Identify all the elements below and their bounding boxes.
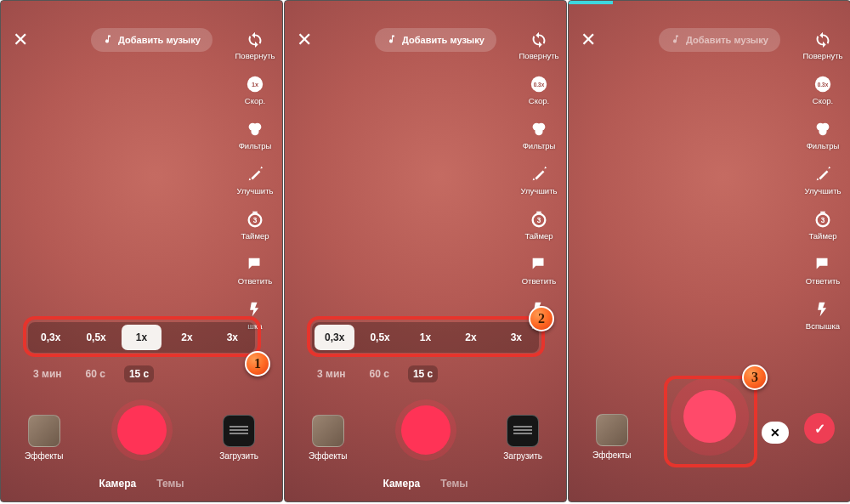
flash-icon (246, 300, 264, 319)
right-toolbar: Повернуть 1x Скор. Фильтры Улучшить 3 Та… (235, 30, 275, 331)
speed-option-1x[interactable]: 1x (403, 322, 448, 353)
sidebar-item-filters[interactable]: Фильтры (235, 120, 275, 150)
sidebar-item-flash[interactable]: Вспышка (802, 300, 843, 331)
sidebar-label: Вспышка (806, 321, 840, 331)
svg-text:0.3x: 0.3x (818, 82, 829, 88)
timer-icon: 3 (530, 210, 548, 229)
effects-thumbnail (312, 415, 344, 447)
right-toolbar: Повернуть 0.3x Скор. Фильтры Улучшить 3 … (802, 30, 843, 331)
confirm-button[interactable]: ✓ (804, 413, 835, 444)
close-button[interactable]: ✕ (13, 29, 33, 51)
annotation-number-1: 1 (245, 351, 270, 377)
mode-tabs: Камера Темы (285, 478, 566, 490)
sidebar-label: Улучшить (521, 186, 558, 195)
mode-themes[interactable]: Темы (156, 478, 184, 490)
duration-3min[interactable]: 3 мин (312, 365, 351, 382)
add-music-button[interactable]: Добавить музыку (91, 28, 212, 52)
record-button[interactable] (111, 399, 173, 461)
speed-option-0.3x[interactable]: 0,3x (314, 325, 354, 350)
music-button-label: Добавить музыку (118, 35, 201, 45)
duration-60s[interactable]: 60 с (81, 365, 110, 382)
speed-option-0.3x[interactable]: 0,3x (28, 322, 73, 353)
mode-themes[interactable]: Темы (440, 478, 468, 490)
svg-text:3: 3 (821, 217, 825, 224)
record-inner-icon (683, 390, 736, 443)
mode-camera[interactable]: Камера (99, 478, 136, 490)
sidebar-item-flip[interactable]: Повернуть (235, 30, 275, 60)
reply-icon (813, 255, 832, 274)
rotate-icon (246, 30, 264, 48)
svg-text:3: 3 (253, 217, 258, 224)
effects-button[interactable]: Эффекты (592, 414, 631, 460)
close-icon: ✕ (762, 422, 789, 444)
sidebar-label: Скор. (245, 96, 265, 105)
speed-option-0.5x[interactable]: 0,5x (357, 322, 402, 353)
speed-option-3x[interactable]: 3x (494, 322, 539, 353)
sidebar-item-enhance[interactable]: Улучшить (518, 165, 559, 195)
sidebar-item-speed[interactable]: 0.3x Скор. (518, 75, 559, 105)
sidebar-label: Скор. (813, 96, 833, 105)
upload-button[interactable]: Загрузить (219, 415, 258, 461)
add-music-button[interactable]: Добавить музыку (659, 28, 780, 52)
sidebar-item-reply[interactable]: Ответить (235, 255, 275, 286)
effects-label: Эффекты (25, 451, 63, 461)
add-music-button[interactable]: Добавить музыку (375, 28, 496, 52)
music-button-label: Добавить музыку (402, 35, 484, 45)
duration-15s[interactable]: 15 с (124, 365, 154, 382)
sidebar-label: Таймер (241, 231, 269, 241)
sidebar-item-timer[interactable]: 3 Таймер (802, 210, 843, 241)
effects-button[interactable]: Эффекты (309, 415, 347, 461)
svg-text:1x: 1x (252, 81, 259, 88)
upload-thumbnail (223, 415, 255, 447)
sidebar-item-speed[interactable]: 1x Скор. (235, 75, 275, 105)
svg-point-18 (819, 127, 826, 135)
effects-button[interactable]: Эффекты (25, 415, 63, 461)
music-note-icon (671, 34, 681, 46)
speed-option-3x[interactable]: 3x (210, 322, 255, 353)
flash-icon (813, 300, 832, 319)
record-button[interactable] (395, 399, 456, 461)
speed-option-2x[interactable]: 2x (448, 322, 493, 353)
sidebar-label: Фильтры (807, 141, 840, 150)
sidebar-label: Ответить (522, 276, 557, 286)
music-button-label: Добавить музыку (686, 35, 768, 45)
duration-3min[interactable]: 3 мин (28, 365, 67, 382)
sidebar-item-timer[interactable]: 3 Таймер (235, 210, 275, 241)
speed-option-0.5x[interactable]: 0,5x (73, 322, 118, 353)
sidebar-item-timer[interactable]: 3 Таймер (518, 210, 559, 241)
rotate-icon (530, 30, 548, 48)
phone-screen-3: ✕ Добавить музыку Повернуть 0.3x Скор. Ф… (568, 0, 850, 502)
sidebar-item-enhance[interactable]: Улучшить (802, 165, 843, 195)
sidebar-item-filters[interactable]: Фильтры (518, 120, 559, 150)
duration-15s[interactable]: 15 с (408, 365, 438, 382)
speed-option-2x[interactable]: 2x (164, 322, 209, 353)
close-button[interactable]: ✕ (581, 29, 601, 51)
sidebar-item-filters[interactable]: Фильтры (802, 120, 843, 150)
reply-icon (530, 255, 548, 274)
sidebar-item-flip[interactable]: Повернуть (802, 30, 843, 60)
mode-camera[interactable]: Камера (382, 478, 420, 490)
speed-icon: 1x (246, 75, 264, 93)
timer-icon: 3 (246, 210, 264, 229)
upload-button[interactable]: Загрузить (503, 415, 542, 461)
close-button[interactable]: ✕ (297, 29, 317, 51)
bottom-controls: Эффекты Загрузить (1, 399, 282, 461)
record-inner-icon (117, 405, 167, 455)
effects-label: Эффекты (309, 451, 347, 461)
sidebar-item-reply[interactable]: Ответить (518, 255, 559, 286)
svg-point-4 (251, 127, 258, 135)
duration-60s[interactable]: 60 с (365, 365, 394, 382)
sidebar-label: Повернуть (519, 51, 559, 60)
sidebar-item-flip[interactable]: Повернуть (518, 30, 559, 60)
cancel-recording[interactable]: ✕ (762, 422, 789, 444)
record-button[interactable] (671, 377, 749, 456)
sidebar-item-enhance[interactable]: Улучшить (235, 165, 275, 195)
three-screenshot-container: ✕ Добавить музыку Повернуть 1x Скор. Фил… (0, 0, 850, 504)
sidebar-label: Скор. (529, 96, 549, 105)
sidebar-item-reply[interactable]: Ответить (802, 255, 843, 286)
speed-option-1x[interactable]: 1x (122, 325, 162, 350)
speed-selector: 0,3x 0,5x 1x 2x 3x (28, 322, 255, 353)
right-toolbar: Повернуть 0.3x Скор. Фильтры Улучшить 3 … (518, 30, 559, 331)
sidebar-label: Повернуть (235, 51, 275, 60)
sidebar-item-speed[interactable]: 0.3x Скор. (802, 75, 843, 105)
